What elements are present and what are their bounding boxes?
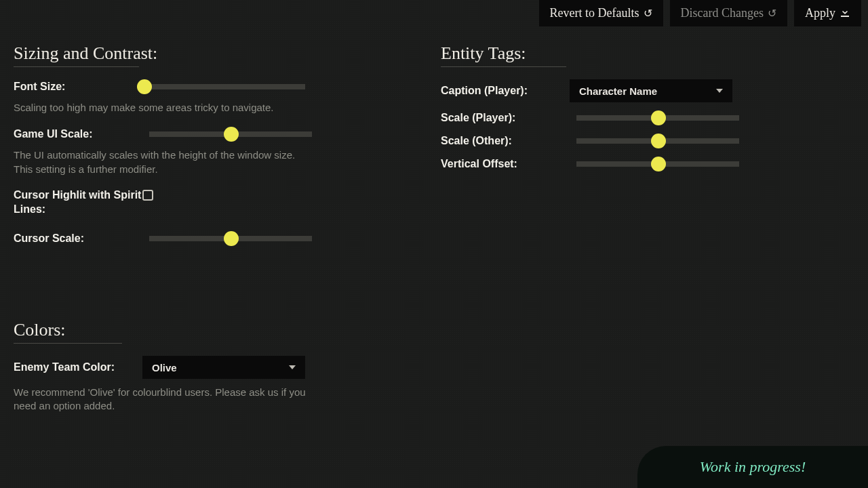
slider-thumb[interactable]	[651, 110, 666, 125]
apply-button[interactable]: Apply	[794, 0, 861, 26]
cursor-scale-slider[interactable]	[149, 231, 326, 246]
slider-thumb[interactable]	[224, 127, 239, 142]
chevron-down-icon	[289, 365, 296, 369]
work-in-progress-text: Work in progress!	[700, 458, 806, 476]
apply-label: Apply	[805, 6, 835, 20]
caption-player-value: Character Name	[579, 85, 657, 97]
enemy-team-color-value: Olive	[152, 362, 177, 373]
vertical-offset-label: Vertical Offset:	[441, 158, 570, 170]
cursor-highlight-label: Cursor Highlit with Spirit Lines:	[14, 188, 142, 217]
chevron-down-icon	[716, 89, 723, 93]
scale-other-label: Scale (Other):	[441, 135, 570, 147]
divider	[14, 66, 139, 67]
scale-player-slider[interactable]	[576, 110, 753, 125]
font-size-row: Font Size:	[14, 79, 326, 94]
caption-player-row: Caption (Player): Character Name	[441, 79, 753, 102]
sizing-title: Sizing and Contrast:	[14, 43, 326, 64]
entity-tags-title: Entity Tags:	[441, 43, 753, 64]
slider-thumb[interactable]	[651, 134, 666, 148]
divider	[14, 343, 122, 344]
font-size-label: Font Size:	[14, 81, 142, 93]
scale-other-slider[interactable]	[576, 134, 753, 148]
divider	[441, 66, 566, 67]
cursor-highlight-checkbox[interactable]	[142, 190, 153, 201]
cursor-highlight-row: Cursor Highlit with Spirit Lines:	[14, 188, 326, 217]
vertical-offset-row: Vertical Offset:	[441, 157, 753, 171]
cursor-scale-label: Cursor Scale:	[14, 232, 142, 245]
download-icon	[840, 7, 850, 20]
scale-player-label: Scale (Player):	[441, 112, 570, 124]
work-in-progress-banner: Work in progress!	[637, 446, 868, 488]
enemy-team-color-label: Enemy Team Color:	[14, 361, 142, 373]
colors-title: Colors:	[14, 320, 326, 340]
slider-thumb[interactable]	[651, 157, 666, 171]
font-size-slider[interactable]	[142, 79, 326, 94]
caption-player-label: Caption (Player):	[441, 85, 570, 97]
revert-defaults-button[interactable]: Revert to Defaults ↺	[539, 0, 663, 26]
enemy-team-color-hint: We recommend 'Olive' for colourblind use…	[14, 386, 312, 413]
discard-changes-button[interactable]: Discard Changes ↺	[670, 0, 787, 26]
enemy-team-color-select[interactable]: Olive	[142, 356, 305, 379]
slider-thumb[interactable]	[137, 79, 152, 94]
undo-icon: ↺	[768, 7, 776, 20]
colors-section: Colors: Enemy Team Color: Olive We recom…	[14, 320, 326, 426]
scale-player-row: Scale (Player):	[441, 110, 753, 125]
game-ui-scale-row: Game UI Scale:	[14, 127, 326, 142]
slider-track	[142, 84, 305, 89]
slider-thumb[interactable]	[224, 231, 239, 246]
font-size-hint: Scaling too high may make some areas tri…	[14, 101, 312, 115]
discard-changes-label: Discard Changes	[681, 6, 764, 20]
game-ui-scale-label: Game UI Scale:	[14, 128, 142, 140]
scale-other-row: Scale (Other):	[441, 134, 753, 148]
enemy-team-color-row: Enemy Team Color: Olive	[14, 356, 326, 379]
revert-defaults-label: Revert to Defaults	[550, 6, 639, 20]
cursor-scale-row: Cursor Scale:	[14, 231, 326, 246]
top-button-bar: Revert to Defaults ↺ Discard Changes ↺ A…	[539, 0, 861, 26]
entity-tags-section: Entity Tags: Caption (Player): Character…	[441, 43, 753, 178]
game-ui-scale-slider[interactable]	[149, 127, 326, 142]
caption-player-select[interactable]: Character Name	[570, 79, 732, 102]
game-ui-scale-hint: The UI automatically scales with the hei…	[14, 148, 312, 176]
sizing-contrast-section: Sizing and Contrast: Font Size: Scaling …	[14, 43, 326, 253]
undo-icon: ↺	[644, 7, 652, 20]
vertical-offset-slider[interactable]	[576, 157, 753, 171]
